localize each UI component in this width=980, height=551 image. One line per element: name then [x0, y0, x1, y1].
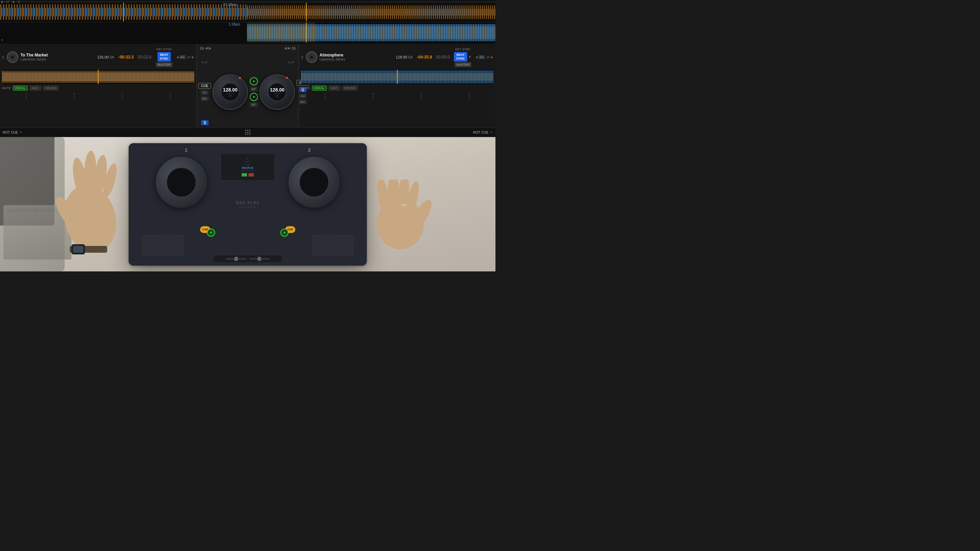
deck-2-mt-btn[interactable]: MT	[250, 102, 258, 107]
zoom-icon[interactable]: ⊕	[18, 0, 21, 3]
deck-2-sync-area: KEY SYNC BEATSYNC × MASTER	[454, 47, 472, 67]
deck-1-slip: SLIP	[201, 60, 208, 64]
hot-cue-left[interactable]: HOT CUE ▼	[3, 130, 22, 134]
hot-cue-left-label: HOT CUE	[3, 130, 18, 134]
deck-2-drums-btn[interactable]: DRUMS	[342, 86, 358, 91]
ctrl-jog-left	[156, 157, 207, 208]
collapse-btn[interactable]: ▼	[1, 38, 4, 42]
deck-2-num-16: 16	[292, 46, 296, 50]
deck-1-ma-btn[interactable]: MA	[201, 96, 209, 101]
deck-1-pad-labels: A B C D	[2, 92, 194, 96]
deck-2-key-sync-btn[interactable]: KEY SYNC	[454, 47, 472, 51]
right-hand-svg	[366, 179, 434, 254]
hot-cue-right-label: HOT CUE	[473, 130, 488, 134]
deck-1-pad-label-f: F	[51, 96, 97, 99]
hot-cue-right[interactable]: HOT CUE ▼	[473, 130, 493, 134]
controller-name-label: DDJ-FLX2	[236, 200, 259, 205]
keyboard-visual	[3, 205, 72, 259]
deck-2-beat-sync-btn[interactable]: BEATSYNC	[454, 52, 467, 62]
hot-cue-left-chevron: ▼	[19, 130, 22, 134]
svg-point-37	[405, 180, 421, 214]
ctrl-play-left: ▶	[207, 229, 215, 237]
deck-2-pad-label-f: F	[350, 96, 396, 99]
deck-1-key-sync-btn[interactable]: KEY SYNC	[156, 47, 173, 51]
deck-1-next-btn[interactable]: ▶	[208, 46, 211, 50]
svg-point-28	[100, 162, 119, 199]
deck-2-header: 2 Atmosphere Lawrence James 128.00 6A -0…	[301, 46, 493, 69]
deck-1-pad-label-c: C	[99, 92, 146, 96]
deck-2-master-btn[interactable]: MASTER	[455, 62, 472, 67]
jog-1-bpm-dev: ±6	[229, 95, 232, 97]
deck-1-key-val: ±0	[186, 56, 191, 59]
svg-rect-38	[401, 204, 406, 206]
deck-1-inst-btn[interactable]: INST.	[30, 86, 41, 91]
deck-2-info: Atmosphere Lawrence James	[320, 53, 394, 61]
deck-1-play-btn[interactable]: ▶	[250, 77, 258, 86]
deck-2-mute-label: MUTE	[301, 86, 310, 90]
dj-controller: DDJ-FLX2 AlphaThetа 1 2 HI MID EQ DDJ-FL…	[129, 143, 367, 266]
controller-name: DDJ-FLX2 AlphaThetа	[236, 200, 259, 208]
deck-1-mt-btn[interactable]: MT	[250, 87, 258, 92]
deck-1-beat-sync-btn[interactable]: BEATSYNC	[158, 52, 171, 62]
deck-1-artist: Lawrence James	[21, 57, 95, 61]
bars-label-2: 1.1Bars	[229, 22, 240, 26]
ctrl-play-right: ▶	[280, 229, 288, 237]
deck-2: 2 Atmosphere Lawrence James 128.00 6A -0…	[299, 44, 495, 127]
deck-2-slip: SLIP	[288, 60, 294, 64]
svg-rect-5	[247, 3, 495, 21]
decks-section: 1 To The Market Lawrence James 126.00 6A…	[0, 44, 495, 127]
svg-rect-31	[73, 246, 83, 253]
jog-wheel-1[interactable]: 128.00 126.00 ±6	[212, 74, 248, 110]
deck-1-key-prev[interactable]: ◀	[176, 56, 179, 59]
deck-2-next-btn[interactable]: ▶	[288, 46, 291, 50]
deck-1-sync-area: KEY SYNC BEATSYNC MASTER	[156, 47, 173, 67]
waveform-top-svg	[0, 3, 495, 21]
deck-1-artwork	[7, 51, 18, 63]
deck-2-waveform-svg	[301, 70, 493, 84]
waveform-bottom-svg	[0, 22, 495, 43]
svg-rect-30	[72, 244, 85, 254]
deck-1-pad-label-g: G	[99, 96, 146, 99]
deck-1-info: To The Market Lawrence James	[21, 53, 95, 61]
deck-2-prev-btn[interactable]: ◀	[284, 46, 287, 50]
svg-point-34	[375, 179, 391, 216]
grid-icon	[245, 130, 250, 135]
deck-1-title: To The Market	[21, 53, 95, 57]
svg-rect-13	[247, 22, 315, 43]
jog-2-indicator	[286, 77, 288, 79]
deck-1-pad-label-h: H	[147, 96, 194, 99]
jog-wheel-2[interactable]: 128.00 128.00 ±6	[259, 74, 295, 110]
deck-1-elapsed: -00:33.3	[118, 55, 134, 60]
deck-1-prev-btn[interactable]: ◀	[205, 46, 208, 50]
deck-2-vocal-btn[interactable]: VOCAL	[312, 86, 327, 91]
ctrl-pads-right	[312, 235, 353, 256]
deck-1-q-btn[interactable]: Q	[201, 120, 208, 125]
deck-2-pad-labels: A B C D	[301, 92, 493, 96]
deck-1-vocal-btn[interactable]: VOCAL	[13, 86, 28, 91]
ctrl-faders	[214, 256, 282, 262]
ctrl-pads-left	[142, 235, 183, 256]
deck-2-key-prev[interactable]: ◀	[476, 56, 478, 59]
deck-2-key-next[interactable]: ▶	[491, 56, 493, 59]
deck-2-play-btn[interactable]: ▶	[250, 93, 258, 101]
slip-row: SLIP SLIP	[198, 60, 297, 64]
deck-1-num-16: 16	[200, 46, 204, 50]
deck-2-close-btn[interactable]: ×	[468, 54, 472, 60]
center-controls: 16 ◀ ▶ ◀ ▶ 16 SLIP SLIP CUE AU MA	[197, 44, 299, 127]
ctrl-deck-2-label: 2	[308, 147, 311, 153]
svg-point-33	[409, 197, 434, 230]
deck-2-inst-btn[interactable]: INST.	[329, 86, 340, 91]
waveform-top-strip: 97.1Bars	[0, 3, 495, 21]
deck-1-cue-btn[interactable]: CUE	[198, 83, 211, 89]
deck-2-title: Atmosphere	[320, 53, 394, 57]
deck-2-pad-labels-2: E F G H	[301, 96, 493, 99]
waveform-bottom-strip: 1.1Bars ▼	[0, 22, 495, 43]
deck-1-key-next[interactable]: ▶	[192, 56, 194, 59]
deck-2-total: 00:00.0	[436, 55, 450, 60]
deck-2-pad-label-g: G	[398, 96, 445, 99]
deck-1-master-btn[interactable]: MASTER	[156, 62, 173, 67]
svg-point-26	[83, 151, 97, 195]
deck-1-drums-btn[interactable]: DRUMS	[43, 86, 59, 91]
deck-1-pad-label-b: B	[51, 92, 97, 96]
deck-1-au-btn[interactable]: AU	[201, 90, 208, 95]
